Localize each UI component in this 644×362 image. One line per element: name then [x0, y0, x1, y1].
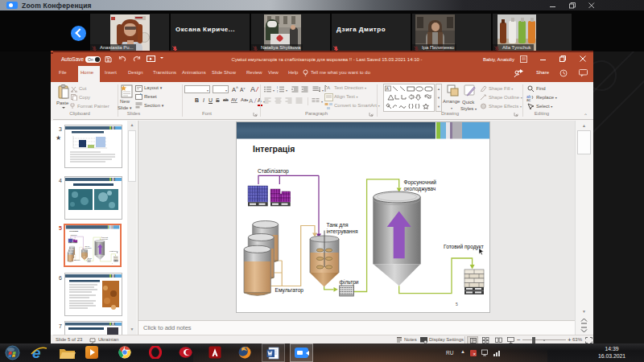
svg-text:ac: ac	[526, 97, 531, 101]
svg-text:A: A	[327, 85, 330, 90]
svg-text:2: 2	[277, 89, 279, 93]
svg-text:A: A	[249, 97, 254, 105]
svg-text:A: A	[250, 85, 255, 93]
